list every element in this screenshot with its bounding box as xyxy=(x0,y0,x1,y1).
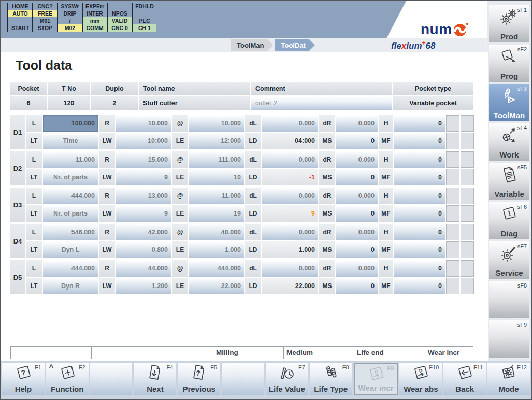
fkey-previous[interactable]: PreviousF5 xyxy=(178,363,220,395)
param-label-r: R xyxy=(99,260,115,277)
skey-sf9[interactable]: sF9 xyxy=(489,320,529,358)
cell-d5-le[interactable]: 22.000 xyxy=(189,278,244,294)
status-field-milling: Milling xyxy=(213,346,284,359)
cell-d1-mf[interactable]: 0 xyxy=(394,133,445,149)
cell-d4-lw[interactable]: 0.800 xyxy=(116,241,171,258)
cell-d5-h[interactable]: 0 xyxy=(394,260,445,277)
cell-d3-le[interactable]: 19 xyxy=(189,205,244,222)
cell-d3-r[interactable]: 13.000 xyxy=(116,188,171,204)
breadcrumb-toolman[interactable]: ToolMan xyxy=(231,39,273,51)
cell-d3-lt[interactable]: Nr. of parts xyxy=(43,205,98,222)
cell-d4-le[interactable]: 1.000 xyxy=(189,241,244,258)
cell-d5-dr[interactable]: 0.000 xyxy=(336,260,378,277)
param-label-l: L xyxy=(26,224,42,240)
fkey-mode[interactable]: ModeF12 xyxy=(487,363,530,395)
cell-d2--[interactable]: 111.000 xyxy=(189,151,244,168)
fkey-empty[interactable] xyxy=(90,363,133,395)
skey-service[interactable]: ServicesF7 xyxy=(489,241,529,279)
cell-d5-ld[interactable]: 22.000 xyxy=(262,278,318,294)
cell-d5-l[interactable]: 444.000 xyxy=(43,260,98,277)
fkey-help[interactable]: ?HelpF1 xyxy=(2,363,45,395)
cell-d1-lt[interactable]: Time xyxy=(43,133,98,149)
cell-d3-h[interactable]: 0 xyxy=(394,188,445,204)
cell-d5-lw[interactable]: 1.200 xyxy=(116,278,171,294)
cell-d5-r[interactable]: 44.000 xyxy=(116,260,171,277)
cell-d2-l[interactable]: 11.000 xyxy=(43,151,98,168)
cell-d4-ms[interactable]: 0 xyxy=(336,241,378,258)
cell-d3-dl[interactable]: 0.000 xyxy=(262,188,318,204)
param-label--: @ xyxy=(172,151,188,168)
cell-d2-ms[interactable]: 0 xyxy=(336,169,378,185)
param-label-ld: LD xyxy=(245,241,261,258)
param-label--: @ xyxy=(172,260,188,277)
cell-d4-dl[interactable]: 0.000 xyxy=(262,224,318,240)
cell-d2-dr[interactable]: 0.000 xyxy=(336,151,378,168)
skey-prod[interactable]: ProdsF1 xyxy=(489,5,529,42)
cell-d4-dr[interactable]: 0.000 xyxy=(336,224,378,240)
cell-d1-dl[interactable]: 0.000 xyxy=(262,115,318,132)
skey-prog[interactable]: ProgsF2 xyxy=(489,45,529,82)
cell-d1-le[interactable]: 12:000 xyxy=(189,133,244,149)
spare-cell xyxy=(461,260,474,277)
wear-icon: D xyxy=(367,365,385,384)
breadcrumb-tooldat[interactable]: ToolDat xyxy=(275,39,314,51)
col-value-comment[interactable]: cutter 2 xyxy=(251,96,392,110)
cell-d2-lw[interactable]: 9 xyxy=(116,169,171,185)
fkey-next[interactable]: NextF4 xyxy=(134,363,176,395)
cell-d2-le[interactable]: 10 xyxy=(189,169,244,185)
cell-d3-l[interactable]: 444.000 xyxy=(43,188,98,204)
cell-d2-mf[interactable]: 0 xyxy=(394,169,445,185)
life-value-icon xyxy=(278,364,296,383)
cell-d1-l[interactable]: 100.000 xyxy=(43,115,98,132)
cell-d1-r[interactable]: 10.000 xyxy=(116,115,171,132)
param-label-le: LE xyxy=(172,278,188,294)
cell-d4-mf[interactable]: 0 xyxy=(394,241,445,258)
cell-d2-h[interactable]: 0 xyxy=(394,151,445,168)
cell-d4-l[interactable]: 546.000 xyxy=(43,224,98,240)
param-label-l: L xyxy=(26,188,42,204)
cell-d2-r[interactable]: 15.000 xyxy=(116,151,171,168)
skey-toolman[interactable]: ToolMansF3 xyxy=(489,84,529,121)
cell-d3-ld[interactable]: 9 xyxy=(262,205,318,222)
cell-d3-mf[interactable]: 0 xyxy=(394,205,445,222)
cell-d4--[interactable]: 40.000 xyxy=(189,224,244,240)
cell-d5-mf[interactable]: 0 xyxy=(394,278,445,294)
cell-d5-ms[interactable]: 0 xyxy=(336,278,378,294)
cell-d4-r[interactable]: 42.000 xyxy=(116,224,171,240)
fkey-wear-abs[interactable]: DWear absF10 xyxy=(399,363,442,395)
cell-d3-dr[interactable]: 0.000 xyxy=(336,188,378,204)
key-number: sF4 xyxy=(517,125,527,131)
cell-d4-ld[interactable]: 1.000 xyxy=(262,241,318,258)
flexium-plus: + xyxy=(422,39,426,47)
cell-d1-ld[interactable]: 04:000 xyxy=(262,133,318,149)
key-number: sF1 xyxy=(517,7,527,13)
cell-d3-ms[interactable]: 0 xyxy=(336,205,378,222)
cell-d3--[interactable]: 11.000 xyxy=(189,188,244,204)
cell-d5--[interactable]: 444.000 xyxy=(189,260,244,277)
cell-d2-ld[interactable]: -1 xyxy=(262,169,318,185)
cell-d4-h[interactable]: 0 xyxy=(394,224,445,240)
previous-icon xyxy=(190,364,208,383)
cell-d3-lw[interactable]: 9 xyxy=(116,205,171,222)
svg-text:?: ? xyxy=(20,368,26,377)
cell-d1-ms[interactable]: 0 xyxy=(336,133,378,149)
fkey-function[interactable]: ^FunctionF2 xyxy=(46,363,89,395)
fkey-life-value[interactable]: Life ValueF7 xyxy=(266,363,308,395)
cell-d5-dl[interactable]: 0.000 xyxy=(262,260,318,277)
cell-d1-dr[interactable]: 0.000 xyxy=(336,115,378,132)
cell-d4-lt[interactable]: Dyn L xyxy=(43,241,98,258)
cell-d1-lw[interactable]: 10:000 xyxy=(116,133,171,149)
cell-d2-dl[interactable]: 0.000 xyxy=(262,151,318,168)
fkey-life-type[interactable]: Life TypeF8 xyxy=(310,363,352,395)
cell-d2-lt[interactable]: Nr. of parts xyxy=(43,169,98,185)
cell-d1--[interactable]: 10.000 xyxy=(189,115,244,132)
skey-diag[interactable]: !DiagsF6 xyxy=(489,202,529,239)
cell-d5-lt[interactable]: Dyn R xyxy=(43,278,98,294)
fkey-back[interactable]: BackF11 xyxy=(443,363,486,395)
tool-row-d3: D3L444.000R13.000@11.000dL0.000dR0.000H0… xyxy=(10,188,474,222)
fkey-empty[interactable] xyxy=(222,363,264,395)
skey-sf8[interactable]: sF8 xyxy=(489,281,529,318)
skey-work[interactable]: WorksF4 xyxy=(489,123,529,161)
skey-variable[interactable]: VariablesF5 xyxy=(489,163,529,200)
cell-d1-h[interactable]: 0 xyxy=(394,115,445,132)
